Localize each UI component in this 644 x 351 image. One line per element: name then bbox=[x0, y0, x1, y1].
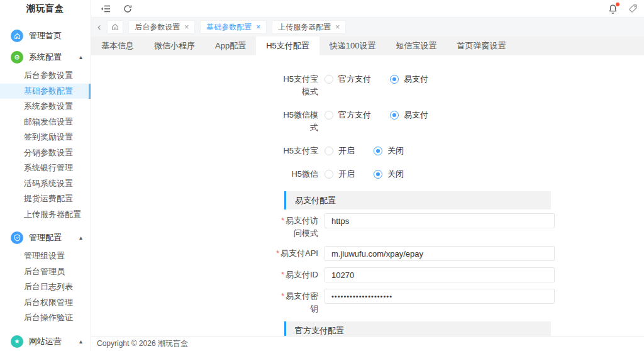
tab-express100[interactable]: 快递100设置 bbox=[319, 36, 386, 55]
radio-official-pay[interactable]: 官方支付 bbox=[325, 74, 371, 85]
radio-epay[interactable]: 易支付 bbox=[390, 74, 428, 85]
epay-secret-input[interactable] bbox=[325, 289, 555, 304]
tag-icon[interactable] bbox=[628, 4, 638, 13]
sidebar: 潮玩盲盒 管理首页 ⚙ 系统配置 ▴ 后台参数设置 基础参数配置 系统参数设置 … bbox=[0, 0, 91, 351]
home-tab-chip[interactable] bbox=[107, 20, 123, 34]
field-label: H5微信模式 bbox=[275, 109, 318, 134]
tab-wechat-mini[interactable]: 微信小程序 bbox=[144, 36, 205, 55]
sidebar-item-admin-group[interactable]: 管理组设置 bbox=[0, 248, 91, 264]
radio-selected-icon[interactable] bbox=[374, 147, 382, 155]
sidebar-item-email-send[interactable]: 邮箱发信设置 bbox=[0, 114, 91, 130]
sidebar-item-system-params[interactable]: 系统参数设置 bbox=[0, 99, 91, 114]
form-row-h5-wechat-switch: H5微信 开启 关闭 bbox=[275, 168, 644, 181]
star-icon: ★ bbox=[11, 335, 23, 348]
close-icon[interactable]: × bbox=[256, 23, 260, 31]
radio-unselected-icon[interactable] bbox=[325, 75, 333, 84]
radio-unselected-icon[interactable] bbox=[325, 170, 333, 179]
config-tabs: 基本信息 微信小程序 App配置 H5支付配置 快递100设置 短信宝设置 首页… bbox=[91, 36, 644, 55]
close-icon[interactable]: × bbox=[184, 23, 189, 31]
gear-icon: ⚙ bbox=[11, 51, 23, 64]
notification-badge bbox=[616, 3, 619, 6]
tab-h5-pay-config[interactable]: H5支付配置 bbox=[256, 36, 319, 55]
sidebar-item-home[interactable]: 管理首页 bbox=[0, 25, 91, 47]
field-label: H5支付宝 bbox=[275, 145, 318, 157]
chip-upload-server[interactable]: 上传服务器配置 × bbox=[272, 20, 346, 34]
sidebar-item-upload-server[interactable]: 上传服务器配置 bbox=[0, 207, 91, 223]
section-epay-config: 易支付配置 bbox=[284, 191, 551, 209]
sidebar-item-admin-list[interactable]: 后台管理员 bbox=[0, 264, 91, 280]
refresh-icon[interactable] bbox=[123, 4, 132, 13]
notification-bell-icon[interactable] bbox=[608, 4, 618, 14]
sidebar-item-admin-permission[interactable]: 后台权限管理 bbox=[0, 295, 91, 311]
radio-epay[interactable]: 易支付 bbox=[390, 109, 428, 121]
sidebar-item-shipping-fee[interactable]: 提货运费配置 bbox=[0, 191, 91, 207]
sidebar-group-admin-config[interactable]: 管理配置 ▴ bbox=[0, 227, 91, 248]
brand-logo: 潮玩盲盒 bbox=[0, 0, 91, 18]
form-row-epay-api: *易支付API bbox=[275, 246, 644, 261]
field-label: H5支付宝模式 bbox=[275, 73, 318, 98]
epay-api-input[interactable] bbox=[325, 246, 555, 261]
required-mark: * bbox=[276, 248, 279, 258]
sidebar-group-label: 网站运营 bbox=[29, 336, 62, 347]
chip-backend-params[interactable]: 后台参数设置 × bbox=[128, 20, 195, 34]
tab-basic-info[interactable]: 基本信息 bbox=[91, 36, 144, 55]
tab-smsbao[interactable]: 短信宝设置 bbox=[386, 36, 447, 55]
home-icon bbox=[111, 23, 119, 31]
radio-off[interactable]: 关闭 bbox=[374, 145, 404, 157]
chip-basic-params[interactable]: 基础参数配置 × bbox=[200, 20, 267, 34]
scroll-left-icon[interactable]: ‹ bbox=[96, 22, 102, 32]
radio-on[interactable]: 开启 bbox=[325, 145, 355, 157]
content-card: 基本信息 微信小程序 App配置 H5支付配置 快递100设置 短信宝设置 首页… bbox=[91, 36, 644, 337]
radio-official-pay[interactable]: 官方支付 bbox=[325, 109, 371, 121]
field-label: *易支付密钥 bbox=[275, 289, 318, 315]
form-row-epay-id: *易支付ID bbox=[275, 267, 644, 282]
h5-pay-form: H5支付宝模式 官方支付 易支付 H5微信模式 bbox=[91, 55, 644, 336]
sidebar-item-admin-log[interactable]: 后台日志列表 bbox=[0, 279, 91, 295]
field-label: *易支付访问模式 bbox=[275, 213, 318, 240]
sidebar-item-livecode-system[interactable]: 活码系统设置 bbox=[0, 176, 91, 192]
topbar bbox=[91, 0, 644, 18]
sidebar-item-backend-params[interactable]: 后台参数设置 bbox=[0, 68, 91, 84]
collapse-sidebar-icon[interactable] bbox=[101, 4, 111, 13]
sidebar-item-label: 管理首页 bbox=[29, 30, 62, 42]
home-icon bbox=[11, 30, 23, 42]
chevron-up-icon: ▴ bbox=[79, 338, 82, 345]
sidebar-item-distribution-params[interactable]: 分销参数设置 bbox=[0, 145, 91, 161]
epay-access-mode-input[interactable] bbox=[325, 213, 555, 228]
radio-selected-icon[interactable] bbox=[390, 111, 399, 120]
sidebar-item-signin-reward[interactable]: 签到奖励设置 bbox=[0, 130, 91, 145]
form-row-epay-secret: *易支付密钥 bbox=[275, 289, 644, 315]
main-area: ‹ 后台参数设置 × 基础参数配置 × 上传服务器配置 × 基本信息 微信小程序… bbox=[91, 0, 644, 351]
section-official-pay-config: 官方支付配置 支付宝使用的当面付，微信接入了jsapi支付和h5支付（自动判断拉… bbox=[284, 321, 551, 336]
sidebar-group-site-operation[interactable]: ★ 网站运营 ▴ bbox=[0, 331, 91, 351]
form-row-h5-alipay-mode: H5支付宝模式 官方支付 易支付 bbox=[275, 73, 644, 98]
footer: Copyright © 2026 潮玩盲盒 bbox=[91, 337, 644, 351]
field-label: *易支付ID bbox=[275, 267, 318, 281]
form-row-epay-mode: *易支付访问模式 bbox=[275, 213, 644, 240]
radio-unselected-icon[interactable] bbox=[325, 147, 333, 155]
tab-app-config[interactable]: App配置 bbox=[205, 36, 256, 55]
field-label: *易支付API bbox=[275, 246, 318, 260]
topbar-right bbox=[608, 4, 638, 14]
epay-id-input[interactable] bbox=[325, 267, 555, 282]
form-row-h5-alipay-switch: H5支付宝 开启 关闭 bbox=[275, 145, 644, 157]
form-row-h5-wechat-mode: H5微信模式 官方支付 易支付 bbox=[275, 109, 644, 134]
close-icon[interactable]: × bbox=[335, 23, 340, 31]
radio-unselected-icon[interactable] bbox=[325, 111, 333, 120]
chevron-up-icon: ▴ bbox=[79, 54, 82, 60]
required-mark: * bbox=[281, 270, 284, 279]
chevron-up-icon: ▴ bbox=[79, 235, 82, 241]
tab-home-popup[interactable]: 首页弹窗设置 bbox=[447, 36, 516, 55]
copyright-text: Copyright © 2026 潮玩盲盒 bbox=[97, 338, 188, 349]
tab-chip-bar: ‹ 后台参数设置 × 基础参数配置 × 上传服务器配置 × bbox=[91, 18, 644, 36]
sidebar-item-bank-manage[interactable]: 系统银行管理 bbox=[0, 160, 91, 176]
radio-on[interactable]: 开启 bbox=[325, 169, 355, 180]
section-title: 官方支付配置 bbox=[295, 325, 542, 336]
radio-selected-icon[interactable] bbox=[390, 75, 399, 84]
radio-off[interactable]: 关闭 bbox=[374, 169, 404, 180]
radio-selected-icon[interactable] bbox=[374, 170, 382, 179]
sidebar-item-basic-params[interactable]: 基础参数配置 bbox=[0, 84, 91, 99]
sidebar-group-label: 管理配置 bbox=[29, 232, 62, 243]
sidebar-item-admin-verify[interactable]: 后台操作验证 bbox=[0, 310, 91, 326]
sidebar-group-system-config[interactable]: ⚙ 系统配置 ▴ bbox=[0, 47, 91, 68]
